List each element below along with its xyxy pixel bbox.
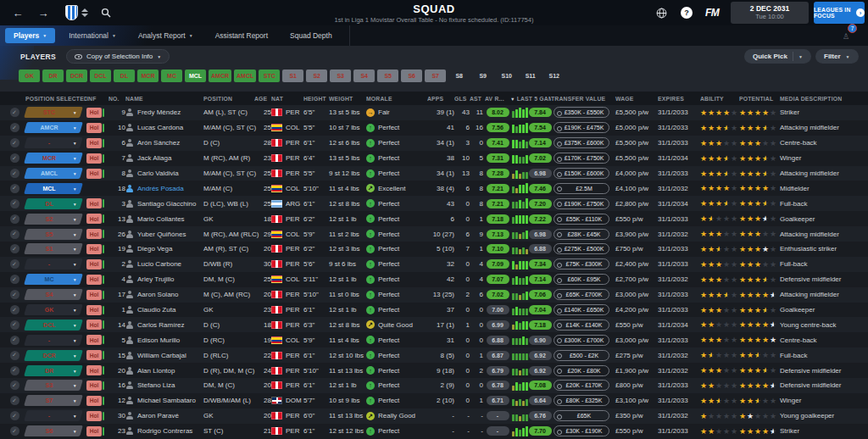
- table-row[interactable]: ✓S2▼Hol13Mario CollantesGK18PER6'2"12 st…: [0, 211, 868, 226]
- row-checkbox[interactable]: ✓: [10, 320, 19, 330]
- player-name-link[interactable]: Aaron Solano: [137, 291, 178, 298]
- col-header-height[interactable]: HEIGHT: [303, 96, 329, 102]
- position-selected-dropdown[interactable]: S1▼: [24, 243, 83, 254]
- menu-assistant-report[interactable]: Assistant Report: [207, 28, 276, 43]
- table-row[interactable]: ✓-▼Hol2Lucio CarboneD/WB (R)30PER5'6"9 s…: [0, 257, 868, 272]
- transfer-value-box[interactable]: £20K - £80K: [554, 365, 609, 376]
- position-chip-gk[interactable]: GK: [19, 69, 40, 82]
- row-checkbox[interactable]: ✓: [10, 138, 19, 147]
- position-selected-dropdown[interactable]: MCL▼: [24, 183, 83, 194]
- position-chip-mc[interactable]: MC: [161, 69, 182, 82]
- info-badge-holiday[interactable]: Hol: [86, 169, 102, 179]
- table-row[interactable]: ✓-▼Hol6Arón SánchezD (C)28PER6'1"12 st 6…: [0, 136, 868, 151]
- position-selected-dropdown[interactable]: GK▼: [24, 304, 83, 315]
- position-chip-mcr[interactable]: MCR: [137, 69, 159, 82]
- position-selected-dropdown[interactable]: S5▼: [24, 229, 83, 240]
- position-chip-stc[interactable]: STC: [259, 69, 280, 82]
- table-row[interactable]: ✓GK▼Hol1Claudio ZutaGK23PER6'1"12 st 1 l…: [0, 303, 868, 318]
- position-chip-s6[interactable]: S6: [401, 69, 422, 82]
- col-header-last5[interactable]: ▼LAST 5 GAMES: [510, 96, 551, 102]
- position-selected-dropdown[interactable]: S4▼: [24, 289, 83, 300]
- position-chip-s12[interactable]: S12: [543, 69, 565, 82]
- quick-pick-button[interactable]: Quick Pick ▼: [744, 49, 811, 64]
- position-selected-dropdown[interactable]: S7▼: [24, 395, 83, 406]
- col-header-ast[interactable]: AST: [470, 96, 483, 102]
- transfer-value-box[interactable]: £14K - £140K: [554, 320, 609, 331]
- position-chip-dr[interactable]: DR: [42, 69, 64, 82]
- continue-button[interactable]: LEAGUES IN FOCUS ›: [814, 2, 865, 24]
- transfer-value-box[interactable]: £75K - £300K: [554, 258, 609, 270]
- position-selected-dropdown[interactable]: DCL▼: [24, 320, 83, 331]
- row-checkbox[interactable]: ✓: [10, 214, 19, 224]
- col-header-wage[interactable]: WAGE: [612, 96, 658, 102]
- table-row[interactable]: ✓S7▼Hol12Michael SambataroD/WB/M/AM (L)2…: [0, 393, 868, 408]
- row-checkbox[interactable]: ✓: [10, 411, 19, 420]
- table-row[interactable]: ✓DCR▼Hol15William CarbajalD (RLC)22PER6'…: [0, 347, 868, 363]
- position-selected-dropdown[interactable]: S2▼: [24, 214, 83, 225]
- info-badge-holiday[interactable]: Hol: [86, 411, 102, 421]
- player-name-link[interactable]: Fredy Méndez: [137, 108, 181, 116]
- transfer-value-box[interactable]: £55K - £110K: [554, 214, 609, 225]
- col-header-morale[interactable]: MORALE: [366, 96, 427, 102]
- position-selected-dropdown[interactable]: STC▼: [24, 107, 83, 118]
- position-selected-dropdown[interactable]: DCR▼: [24, 350, 83, 361]
- transfer-value-box[interactable]: £150K - £600K: [554, 168, 610, 179]
- info-badge-holiday[interactable]: Hol: [86, 350, 102, 360]
- position-selected-dropdown[interactable]: S3▼: [24, 380, 83, 391]
- player-name-link[interactable]: Michael Sambataro: [137, 397, 196, 404]
- search-icon[interactable]: [95, 0, 117, 25]
- player-name-link[interactable]: Alan Llontop: [137, 367, 175, 375]
- player-name-link[interactable]: Yuber Quiñónes: [137, 231, 186, 238]
- player-name-link[interactable]: Andrés Posada: [137, 185, 184, 192]
- transfer-value-box[interactable]: £28K - £45K: [554, 229, 609, 240]
- info-badge-holiday[interactable]: Hol: [86, 305, 102, 315]
- col-header-no[interactable]: NO.: [108, 96, 125, 102]
- row-checkbox[interactable]: ✓: [10, 275, 19, 284]
- table-row[interactable]: ✓S3▼Hol16Stefano LizaDM, M (C)20PER6'1"1…: [0, 378, 868, 393]
- col-header-age[interactable]: AGE: [254, 96, 271, 102]
- table-row[interactable]: ✓MC▼Hol4Arley TrujilloDM, M (C)25COL5'11…: [0, 272, 868, 287]
- col-header-position[interactable]: POSITION: [203, 96, 254, 102]
- info-badge-holiday[interactable]: Hol: [86, 426, 102, 436]
- info-badge-holiday[interactable]: Hol: [86, 396, 102, 406]
- position-chip-dcl[interactable]: DCL: [90, 69, 111, 82]
- info-badge-holiday[interactable]: Hol: [86, 259, 102, 270]
- col-header-media-description[interactable]: MEDIA DESCRIPTION: [780, 96, 865, 102]
- table-row[interactable]: ✓AMCR▼Hol10Lucas CardonaM/AM (C), ST (C)…: [0, 120, 868, 136]
- row-checkbox[interactable]: ✓: [10, 108, 19, 117]
- position-chip-s7[interactable]: S7: [425, 69, 446, 82]
- player-name-link[interactable]: Jack Aliaga: [137, 154, 171, 162]
- info-badge-holiday[interactable]: Hol: [86, 381, 102, 391]
- info-badge-holiday[interactable]: Hol: [86, 153, 102, 164]
- info-badge-holiday[interactable]: Hol: [86, 138, 102, 148]
- info-badge-holiday[interactable]: Hol: [86, 244, 102, 254]
- position-chip-s1[interactable]: S1: [282, 69, 303, 82]
- row-checkbox[interactable]: ✓: [10, 244, 19, 253]
- menu-analyst-report[interactable]: Analyst Report▼: [130, 28, 202, 43]
- position-selected-dropdown[interactable]: DL▼: [24, 198, 83, 209]
- col-header-weight[interactable]: WEIGHT: [329, 96, 366, 102]
- player-name-link[interactable]: Lucas Cardona: [137, 124, 183, 131]
- globe-icon[interactable]: [653, 0, 670, 25]
- info-badge-holiday[interactable]: Hol: [86, 290, 102, 300]
- position-chip-amcr[interactable]: AMCR: [209, 69, 231, 82]
- position-selected-dropdown[interactable]: -▼: [24, 410, 83, 421]
- col-header-position-selected[interactable]: POSITION SELECTED: [25, 96, 86, 102]
- forward-button[interactable]: →: [32, 0, 54, 25]
- table-row[interactable]: ✓S4▼Hol17Aaron SolanoM (C), AM (RC)20PER…: [0, 287, 868, 303]
- col-header-expires[interactable]: EXPIRES: [658, 96, 700, 102]
- table-row[interactable]: ✓S1▼Hol19Diego VegaAM (R), ST (C)20PER6'…: [0, 242, 868, 257]
- position-selected-dropdown[interactable]: AMCR▼: [24, 122, 83, 133]
- col-header-nat[interactable]: NAT: [271, 96, 303, 102]
- position-chip-s3[interactable]: S3: [330, 69, 351, 82]
- row-checkbox[interactable]: ✓: [10, 184, 19, 193]
- transfer-value-box[interactable]: £500 - £2K: [554, 350, 609, 361]
- player-name-link[interactable]: Carlos Ramírez: [137, 321, 185, 329]
- position-chip-mcl[interactable]: MCL: [185, 69, 206, 82]
- position-chip-s10[interactable]: S10: [496, 69, 517, 82]
- game-date-box[interactable]: 2 DEC 2031 Tue 10:00: [731, 2, 809, 24]
- position-selected-dropdown[interactable]: -▼: [24, 258, 83, 270]
- club-crest[interactable]: [63, 0, 80, 25]
- table-row[interactable]: ✓AMCL▼Hol8Carlo ValdiviaM/AM (C), ST (C)…: [0, 166, 868, 181]
- help-icon[interactable]: ?: [678, 0, 695, 25]
